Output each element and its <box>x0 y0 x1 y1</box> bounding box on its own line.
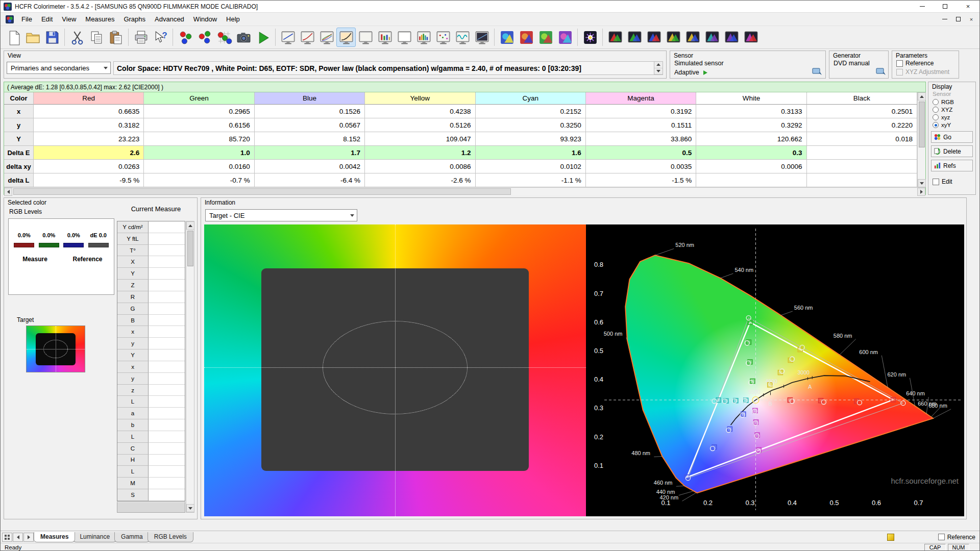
help-icon[interactable]: ? <box>151 28 170 47</box>
radio-xyz[interactable]: xyz <box>933 114 950 120</box>
sensor-settings-icon[interactable] <box>812 68 822 76</box>
prism-gold-icon[interactable] <box>683 28 702 47</box>
view-dots-icon[interactable] <box>433 28 453 47</box>
measure-primaries-icon[interactable] <box>176 28 195 47</box>
view-luminance-icon[interactable] <box>336 28 356 47</box>
table-cell[interactable]: 0.5126 <box>365 118 475 132</box>
table-cell[interactable]: 1.2 <box>365 146 475 160</box>
edit-checkbox[interactable] <box>933 179 939 185</box>
view-measures-icon[interactable] <box>395 28 414 47</box>
delete-button[interactable]: Delete <box>931 145 973 157</box>
prism-purple-icon[interactable] <box>722 28 741 47</box>
filter-blue-icon[interactable] <box>497 28 517 47</box>
info-spinner[interactable] <box>654 62 663 74</box>
table-cell[interactable]: 0.2220 <box>807 118 917 132</box>
tabstrip-reference-checkbox[interactable] <box>938 534 945 540</box>
view-colortemp-icon[interactable] <box>375 28 395 47</box>
print-icon[interactable] <box>131 28 151 47</box>
view-gamma-icon[interactable] <box>298 28 317 47</box>
measure-secondaries-icon[interactable] <box>195 28 214 47</box>
measure-row-value[interactable] <box>149 361 185 373</box>
measure-row-value[interactable] <box>149 256 185 268</box>
generator-settings-icon[interactable] <box>876 68 886 76</box>
table-cell[interactable]: 93.923 <box>476 132 586 146</box>
measure-row-value[interactable] <box>149 466 185 478</box>
table-cell[interactable]: 109.047 <box>365 132 475 146</box>
sensor-run-icon[interactable] <box>702 70 708 76</box>
capture-icon[interactable] <box>234 28 253 47</box>
radio-circle-icon[interactable] <box>933 114 939 120</box>
radio-circle-icon[interactable] <box>933 107 939 113</box>
table-cell[interactable]: 33.860 <box>586 132 696 146</box>
hscroll-track[interactable] <box>12 188 917 195</box>
prism-blue-icon[interactable] <box>644 28 664 47</box>
measure-row-value[interactable] <box>149 233 185 245</box>
table-cell[interactable]: 0.2501 <box>807 105 917 118</box>
view-mode-dropdown[interactable]: Primaries and secondaries <box>7 62 111 74</box>
scroll-right-icon[interactable] <box>917 188 925 196</box>
chevron-down-icon[interactable] <box>101 62 110 73</box>
mdi-restore-button[interactable] <box>952 14 964 24</box>
measure-row-value[interactable] <box>149 315 185 327</box>
prism-teal-icon[interactable] <box>702 28 722 47</box>
save-icon[interactable] <box>42 28 62 47</box>
table-cell[interactable]: 0.0160 <box>144 160 254 173</box>
radio-rgb[interactable]: RGB <box>933 99 954 105</box>
reference-checkbox[interactable] <box>896 60 903 67</box>
close-button[interactable]: × <box>957 1 979 12</box>
measure-row-value[interactable] <box>149 349 185 361</box>
table-cell[interactable]: 0.3192 <box>586 105 696 118</box>
table-cell[interactable]: 0.2152 <box>476 105 586 118</box>
measure-row-value[interactable] <box>149 291 185 303</box>
refs-button[interactable]: Refs <box>931 160 973 171</box>
scrollbar-thumb[interactable] <box>187 231 193 266</box>
scroll-down-icon[interactable] <box>186 504 194 512</box>
table-cell[interactable]: 0.1526 <box>255 105 365 118</box>
menu-window[interactable]: Window <box>189 13 222 25</box>
paste-icon[interactable] <box>106 28 126 47</box>
tab-scroll-left-icon[interactable] <box>13 533 23 542</box>
notes-icon[interactable] <box>887 534 894 541</box>
table-cell[interactable]: 0.0006 <box>696 160 806 173</box>
measure-row-value[interactable] <box>149 408 185 419</box>
table-cell[interactable]: 0.3250 <box>476 118 586 132</box>
mdi-close-button[interactable]: × <box>965 14 977 24</box>
new-file-icon[interactable] <box>4 28 23 47</box>
table-cell[interactable]: 0.0263 <box>34 160 144 173</box>
document-icon[interactable] <box>6 15 14 23</box>
measure-row-value[interactable] <box>149 396 185 408</box>
menu-advanced[interactable]: Advanced <box>150 13 189 25</box>
table-cell[interactable] <box>696 173 806 187</box>
table-cell[interactable]: -2.6 % <box>365 173 475 187</box>
menu-measures[interactable]: Measures <box>81 13 119 25</box>
table-cell[interactable]: 120.662 <box>696 132 806 146</box>
measure-row-value[interactable] <box>149 443 185 455</box>
tab-rgb-levels[interactable]: RGB Levels <box>148 532 193 542</box>
maximize-button[interactable] <box>934 1 957 12</box>
view-histogram-icon[interactable] <box>414 28 433 47</box>
go-button[interactable]: Go <box>931 131 973 143</box>
prism-magenta-icon[interactable] <box>741 28 761 47</box>
menu-graphs[interactable]: Graphs <box>119 13 150 25</box>
radio-xyz[interactable]: XYZ <box>933 107 952 113</box>
table-cell[interactable]: 23.223 <box>34 132 144 146</box>
measure-row-value[interactable] <box>149 385 185 396</box>
table-vertical-scrollbar[interactable] <box>917 92 925 187</box>
measure-grid-icon[interactable] <box>214 28 234 47</box>
scroll-up-icon[interactable] <box>186 221 194 230</box>
table-cell[interactable]: 1.7 <box>255 146 365 160</box>
table-cell[interactable]: 85.720 <box>144 132 254 146</box>
table-cell[interactable] <box>807 146 917 160</box>
table-cell[interactable]: 1.0 <box>144 146 254 160</box>
view-grayscale-icon[interactable] <box>278 28 298 47</box>
table-cell[interactable]: 0.3292 <box>696 118 806 132</box>
table-cell[interactable]: -1.1 % <box>476 173 586 187</box>
table-cell[interactable]: 8.152 <box>255 132 365 146</box>
view-wave-icon[interactable] <box>453 28 472 47</box>
radio-circle-icon[interactable] <box>933 122 939 128</box>
tab-scroll-right-icon[interactable] <box>23 533 34 542</box>
table-cell[interactable]: 0.0042 <box>255 160 365 173</box>
copy-icon[interactable] <box>87 28 106 47</box>
chevron-down-icon[interactable] <box>347 210 357 221</box>
menu-edit[interactable]: Edit <box>37 13 57 25</box>
